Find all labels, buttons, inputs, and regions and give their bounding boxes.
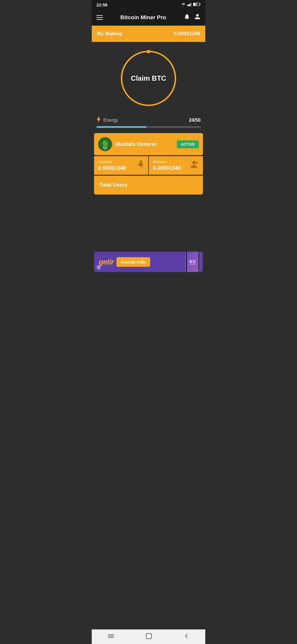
content-spacer: [92, 197, 205, 249]
top-bar: Bitcoin Miner Pro: [92, 9, 205, 26]
claimed-card: Claimed 0.00001348: [94, 156, 149, 175]
claim-button[interactable]: Claim BTC: [121, 51, 176, 106]
my-making-banner: My Making 0.00001348: [92, 26, 205, 42]
svg-rect-3: [191, 3, 192, 6]
svg-rect-16: [189, 260, 192, 263]
my-making-value: 0.00001348: [174, 31, 200, 37]
total-users-label: Total Users: [99, 182, 128, 188]
avatar-image: Bonus Capta: [99, 138, 112, 151]
energy-bar-fill: [96, 126, 146, 128]
add-user-icon: [190, 160, 199, 171]
bell-icon[interactable]: [184, 13, 190, 22]
menu-button[interactable]: [96, 15, 103, 20]
svg-rect-19: [189, 264, 196, 265]
energy-bar-background: [96, 126, 201, 128]
ad-info-badge[interactable]: ℹ: [96, 265, 101, 270]
my-making-label: My Making: [97, 31, 122, 37]
svg-rect-1: [188, 4, 189, 6]
energy-header: Energy 24/50: [96, 117, 201, 124]
svg-rect-0: [187, 5, 188, 6]
bottom-spacer: [92, 272, 205, 290]
ad-phone-graphic: [185, 252, 200, 272]
status-time: 22:56: [96, 2, 107, 7]
hand-tap-icon: [136, 160, 144, 171]
claim-button-text: Claim BTC: [131, 74, 166, 82]
wifi-icon: [181, 2, 186, 7]
avatar: Bonus Capta: [98, 137, 112, 151]
phone-illustration: [185, 252, 200, 272]
svg-text:Capta: Capta: [103, 148, 107, 149]
app-title: Bitcoin Miner Pro: [106, 14, 180, 21]
ad-banner[interactable]: getir Anında indir ℹ: [94, 252, 203, 272]
lightning-icon: [96, 117, 101, 124]
referral-card[interactable]: Referral 0.00001348: [149, 156, 203, 175]
signal-icon: [187, 2, 192, 7]
svg-rect-6: [200, 3, 200, 5]
header-icons: [184, 13, 201, 22]
active-badge: ACTIVE: [177, 140, 199, 148]
phone-screen: [187, 252, 199, 272]
battery-icon: [193, 2, 201, 7]
energy-left: Energy: [96, 117, 118, 124]
svg-rect-18: [193, 262, 196, 263]
svg-rect-17: [193, 260, 196, 261]
user-card: Bonus Capta Mustafa Demirer ACTIVE: [94, 133, 203, 155]
claim-section: Claim BTC: [92, 42, 205, 112]
svg-rect-2: [190, 3, 190, 6]
getir-download-button[interactable]: Anında indir: [116, 257, 150, 267]
stats-row: Claimed 0.00001348 Referral 0.00001348: [94, 156, 203, 175]
energy-section: Energy 24/50: [92, 112, 205, 128]
status-bar: 22:56: [92, 0, 205, 9]
status-icons: [181, 2, 201, 7]
getir-logo: getir: [99, 257, 114, 267]
energy-value: 24/50: [189, 118, 201, 123]
user-name: Mustafa Demirer: [116, 141, 157, 147]
total-users-card: Total Users: [94, 176, 203, 195]
user-card-left: Bonus Capta Mustafa Demirer: [98, 137, 157, 151]
profile-icon[interactable]: [194, 13, 201, 22]
ad-content-left: getir Anında indir: [99, 257, 150, 267]
energy-label: Energy: [103, 118, 118, 123]
svg-point-13: [192, 161, 196, 165]
